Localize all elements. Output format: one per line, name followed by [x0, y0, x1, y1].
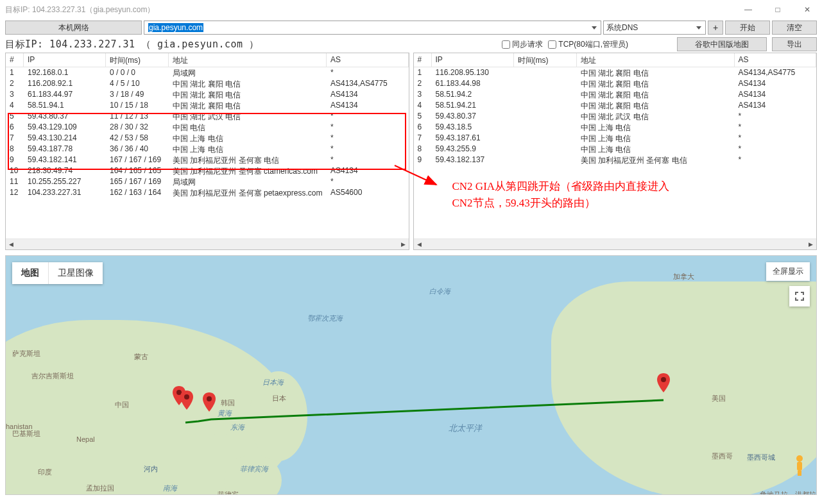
svg-point-4 [661, 377, 666, 382]
scroll-right-icon[interactable]: ▶ [398, 239, 409, 250]
table-row[interactable]: 859.43.255.9中国 上海 电信* [414, 144, 817, 155]
cell: 9 [6, 155, 24, 165]
table-row[interactable]: 1110.255.255.227165 / 167 / 169局域网* [6, 176, 409, 187]
address-input[interactable]: gia.pesyun.com [144, 21, 601, 35]
scroll-left-icon[interactable]: ◀ [414, 239, 425, 250]
table-row[interactable]: 559.43.80.3711 / 12 / 13中国 湖北 武汉 电信* [6, 111, 409, 122]
maximize-button[interactable]: □ [763, 0, 792, 19]
sync-checkbox-input[interactable] [502, 40, 510, 49]
col-addr[interactable]: 地址 [577, 53, 735, 67]
cell: 局域网 [169, 176, 327, 187]
google-cn-map-button[interactable]: 谷歌中国版地图 [677, 37, 767, 51]
table-row[interactable]: 1116.208.95.130中国 湖北 襄阳 电信AS4134,AS4775 [414, 67, 817, 78]
table-row[interactable]: 10218.30.49.74164 / 165 / 165美国 加利福尼亚州 圣… [6, 165, 409, 176]
table-row[interactable]: 2116.208.92.14 / 5 / 10中国 湖北 襄阳 电信AS4134… [6, 78, 409, 89]
cell: 0 / 0 / 0 [106, 67, 169, 78]
cell: 11 / 12 / 13 [106, 111, 169, 122]
col-ip[interactable]: IP [432, 53, 514, 67]
minimize-button[interactable]: — [733, 0, 763, 19]
table-row[interactable]: 458.51.94.21中国 湖北 襄阳 电信AS4134 [414, 100, 817, 111]
map-type-control: 地图 卫星图像 [12, 262, 103, 284]
col-hop[interactable]: # [6, 53, 24, 67]
left-hscroll[interactable]: ◀ ▶ [6, 239, 409, 249]
cell [514, 78, 577, 89]
close-button[interactable]: ✕ [792, 0, 822, 19]
table-row[interactable]: 659.43.18.5中国 上海 电信* [414, 122, 817, 133]
map-marker[interactable] [203, 392, 216, 412]
table-row[interactable]: 261.183.44.98中国 湖北 襄阳 电信AS4134 [414, 78, 817, 89]
cell [514, 133, 577, 144]
map-tab-map[interactable]: 地图 [12, 262, 49, 284]
table-row[interactable]: 959.43.182.137美国 加利福尼亚州 圣何塞 电信* [414, 155, 817, 165]
cell: 中国 电信 [169, 122, 327, 133]
fullscreen-icon[interactable] [789, 286, 810, 307]
map-marker[interactable] [657, 373, 670, 392]
right-hscroll[interactable]: ◀ ▶ [414, 239, 817, 249]
dns-select[interactable]: 系统DNS [603, 21, 706, 35]
map[interactable]: 白令海 鄂霍次克海 北太平洋 中国 日本 韩国 蒙古 萨克斯坦 美国 加拿大 墨… [5, 255, 817, 495]
col-as[interactable]: AS [735, 53, 817, 67]
address-dropdown-icon[interactable] [589, 22, 599, 33]
tcp-port-checkbox[interactable]: TCP(80端口,管理员) [548, 39, 628, 50]
col-addr[interactable]: 地址 [169, 53, 327, 67]
start-button[interactable]: 开始 [725, 21, 770, 35]
address-value: gia.pesyun.com [148, 23, 203, 32]
table-row[interactable]: 659.43.129.10928 / 30 / 32中国 电信* [6, 122, 409, 133]
table-row[interactable]: 959.43.182.141167 / 167 / 169美国 加利福尼亚州 圣… [6, 155, 409, 165]
col-ip[interactable]: IP [24, 53, 106, 67]
clear-button[interactable]: 清空 [772, 21, 817, 35]
cell: * [735, 155, 817, 165]
left-table-body: 1192.168.0.10 / 0 / 0局域网*2116.208.92.14 … [6, 67, 409, 239]
add-button[interactable]: + [708, 21, 723, 35]
local-network-button[interactable]: 本机网络 [5, 21, 142, 35]
fullscreen-button[interactable]: 全屏显示 [766, 262, 810, 281]
tcp-checkbox-input[interactable] [548, 40, 556, 49]
sync-request-checkbox[interactable]: 同步请求 [502, 39, 543, 50]
cell: 218.30.49.74 [24, 165, 106, 176]
col-time[interactable]: 时间(ms) [514, 53, 577, 67]
svg-rect-7 [798, 471, 800, 476]
right-trace-table: # IP 时间(ms) 地址 AS 1116.208.95.130中国 湖北 襄… [413, 53, 818, 250]
cell: 美国 加利福尼亚州 圣何塞 电信 [169, 155, 327, 165]
table-row[interactable]: 559.43.80.37中国 湖北 武汉 电信* [414, 111, 817, 122]
cell: 10 [6, 165, 24, 176]
cell: 59.43.187.61 [432, 133, 514, 144]
cell [514, 111, 577, 122]
cell: 59.43.129.109 [24, 122, 106, 133]
cell: 1 [6, 67, 24, 78]
cell: 61.183.44.98 [432, 78, 514, 89]
table-row[interactable]: 12104.233.227.31162 / 163 / 164美国 加利福尼亚州… [6, 187, 409, 198]
route-line-icon [6, 256, 817, 495]
cell: 58.51.94.1 [24, 100, 106, 111]
cell: * [327, 111, 409, 122]
map-tab-satellite[interactable]: 卫星图像 [49, 262, 103, 284]
cell: 28 / 30 / 32 [106, 122, 169, 133]
scroll-left-icon[interactable]: ◀ [6, 239, 17, 250]
table-row[interactable]: 759.43.187.61中国 上海 电信* [414, 133, 817, 144]
cell: 2 [6, 78, 24, 89]
cell: 59.43.18.5 [432, 122, 514, 133]
cell: 162 / 163 / 164 [106, 187, 169, 198]
col-as[interactable]: AS [327, 53, 409, 67]
cell: 59.43.187.78 [24, 144, 106, 155]
cell: 7 [6, 133, 24, 144]
svg-point-5 [796, 455, 803, 462]
cell: 中国 湖北 襄阳 电信 [577, 100, 735, 111]
table-row[interactable]: 458.51.94.110 / 15 / 18中国 湖北 襄阳 电信AS4134 [6, 100, 409, 111]
cell: 5 [414, 111, 432, 122]
table-row[interactable]: 361.183.44.973 / 18 / 49中国 湖北 襄阳 电信AS413… [6, 89, 409, 100]
scroll-right-icon[interactable]: ▶ [805, 239, 816, 250]
map-marker[interactable] [180, 391, 193, 410]
col-hop[interactable]: # [414, 53, 432, 67]
streetview-pegman-icon[interactable] [791, 454, 809, 482]
col-time[interactable]: 时间(ms) [106, 53, 169, 67]
cell: 3 [6, 89, 24, 100]
export-button[interactable]: 导出 [772, 37, 817, 51]
table-row[interactable]: 759.43.130.21442 / 53 / 58中国 上海 电信* [6, 133, 409, 144]
table-row[interactable]: 358.51.94.2中国 湖北 襄阳 电信AS4134 [414, 89, 817, 100]
table-row[interactable]: 1192.168.0.10 / 0 / 0局域网* [6, 67, 409, 78]
left-table-header: # IP 时间(ms) 地址 AS [6, 53, 409, 67]
cell: * [735, 133, 817, 144]
cell: 中国 湖北 襄阳 电信 [577, 67, 735, 78]
table-row[interactable]: 859.43.187.7836 / 36 / 40中国 上海 电信* [6, 144, 409, 155]
